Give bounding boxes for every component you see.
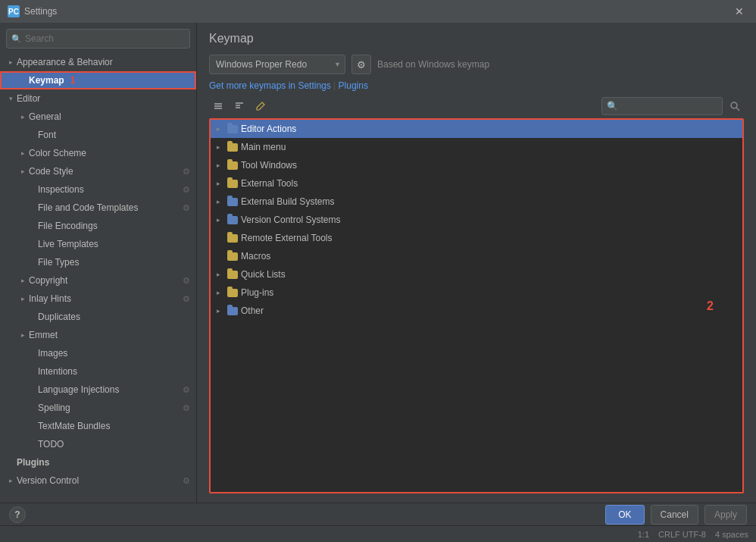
arrow-icon [18,276,27,285]
edit-button[interactable] [251,98,270,114]
sidebar-item-appearance[interactable]: Appearance & Behavior [0,53,196,71]
toolbar-row [209,97,744,115]
right-panel: Keymap Windows Proper Redo Windows Mac O… [197,23,756,503]
position-indicator: 1:1 [638,530,649,539]
apply-button[interactable]: Apply [704,505,747,525]
main-content: 🔍 Appearance & Behavior Keymap 1 Editor [0,23,756,503]
arrow-icon [217,161,227,169]
encoding-indicator: CRLF UTF-8 [658,530,706,539]
sidebar-item-label: TODO [38,439,64,450]
tree-item-macros[interactable]: Macros [211,247,742,265]
ok-button[interactable]: OK [605,505,644,525]
tree-item-label: External Build Systems [241,196,334,207]
folder-icon [227,234,238,243]
based-on-text: Based on Windows keymap [377,59,489,70]
sidebar-item-general[interactable]: General [0,108,196,126]
tree-item-remote-external-tools[interactable]: Remote External Tools [211,229,742,247]
arrow-icon [217,216,227,224]
sidebar-item-label: General [29,111,61,122]
bottom-left: ? [9,506,26,523]
sidebar-item-plugins[interactable]: Plugins [0,453,196,472]
tree-item-main-menu[interactable]: Main menu [211,138,742,156]
indent-indicator: 4 spaces [715,530,748,539]
keytree-wrapper: Editor Actions Main menu [209,118,744,493]
sidebar-item-label: Appearance & Behavior [17,57,113,67]
window-title: Settings [24,6,57,17]
sidebar-item-label: Plugins [17,457,49,468]
sidebar-item-live-templates[interactable]: Live Templates [0,235,196,253]
tree-item-label: Version Control Systems [241,215,340,225]
sidebar-item-file-encodings[interactable]: File Encodings [0,217,196,235]
sidebar-item-code-style[interactable]: Code Style ⚙ [0,162,196,180]
sidebar-item-color-scheme[interactable]: Color Scheme [0,144,196,162]
expand-all-button[interactable] [209,98,227,114]
tree-item-label: Plug-ins [241,287,273,298]
sidebar-item-label: Color Scheme [29,148,86,158]
tree-item-version-control-systems[interactable]: Version Control Systems [211,211,742,229]
folder-icon [227,161,238,170]
help-button[interactable]: ? [9,506,26,523]
expand-all-icon [213,101,223,111]
gear-icon: ⚙ [181,184,192,195]
sidebar-item-version-control[interactable]: Version Control ⚙ [0,472,196,490]
sidebar-item-inspections[interactable]: Inspections ⚙ [0,180,196,199]
sidebar-item-font[interactable]: Font [0,126,196,144]
sidebar-item-language-injections[interactable]: Language Injections ⚙ [0,381,196,399]
keymap-dropdown[interactable]: Windows Proper Redo Windows Mac OS X Ecl… [209,55,345,74]
folder-icon [227,252,238,261]
keymap-search-input[interactable] [601,97,723,115]
sidebar-item-editor[interactable]: Editor [0,89,196,108]
plugins-link[interactable]: Plugins [339,80,368,91]
cancel-button[interactable]: Cancel [651,505,698,525]
arrow-icon [217,198,227,205]
status-bar: 1:1 CRLF UTF-8 4 spaces [0,525,756,542]
folder-icon [227,180,238,188]
tree-item-label: Quick Lists [241,269,286,280]
sidebar-item-file-code-templates[interactable]: File and Code Templates ⚙ [0,199,196,217]
tree-item-tool-windows[interactable]: Tool Windows [211,156,742,174]
tree-item-other[interactable]: Other [211,302,742,320]
keymap-bar: Windows Proper Redo Windows Mac OS X Ecl… [209,55,744,74]
arrow-icon [217,125,227,133]
tree-item-label: Editor Actions [241,124,296,134]
svg-line-7 [736,108,739,111]
tree-item-label: Tool Windows [241,160,297,171]
tree-item-quick-lists[interactable]: Quick Lists [211,265,742,284]
search-icon [729,101,740,111]
sidebar-item-copyright[interactable]: Copyright ⚙ [0,271,196,290]
gear-icon: ⚙ [181,293,192,304]
sidebar-item-label: Duplicates [38,312,80,322]
tree-item-label: Other [241,305,264,316]
sidebar-item-inlay-hints[interactable]: Inlay Hints ⚙ [0,290,196,308]
keymap-gear-button[interactable]: ⚙ [351,55,371,74]
sidebar-item-keymap[interactable]: Keymap 1 [0,71,196,89]
gear-icon: ⚙ [181,275,192,286]
sidebar-item-images[interactable]: Images [0,344,196,362]
sidebar-item-emmet[interactable]: Emmet [0,326,196,344]
sidebar-item-spelling[interactable]: Spelling ⚙ [0,399,196,417]
keymap-dropdown-wrapper[interactable]: Windows Proper Redo Windows Mac OS X Ecl… [209,55,345,74]
sidebar-item-textmate-bundles[interactable]: TextMate Bundles [0,417,196,435]
tree-item-external-build-systems[interactable]: External Build Systems [211,193,742,211]
tree-item-label: External Tools [241,178,298,189]
sidebar-item-intentions[interactable]: Intentions [0,362,196,381]
svg-point-6 [731,102,737,108]
tree-item-external-tools[interactable]: External Tools [211,174,742,193]
tree-item-plug-ins[interactable]: Plug-ins [211,284,742,302]
sidebar-item-todo[interactable]: TODO [0,435,196,453]
sidebar-search-box[interactable]: 🔍 [6,29,190,49]
arrow-icon [18,167,27,176]
folder-icon [227,216,238,224]
sidebar-search-input[interactable] [25,33,185,44]
settings-link[interactable]: Get more keymaps in Settings [209,80,331,91]
sidebar-item-label: Code Style [29,166,73,177]
sidebar-item-file-types[interactable]: File Types [0,253,196,271]
tree-item-editor-actions[interactable]: Editor Actions [211,120,742,138]
arrow-icon [217,307,227,315]
search-submit-button[interactable] [726,98,744,114]
gear-icon: ⚙ [181,166,192,177]
sidebar: 🔍 Appearance & Behavior Keymap 1 Editor [0,23,197,503]
close-button[interactable]: ✕ [730,4,748,19]
collapse-all-button[interactable] [230,98,248,114]
sidebar-item-duplicates[interactable]: Duplicates [0,308,196,326]
